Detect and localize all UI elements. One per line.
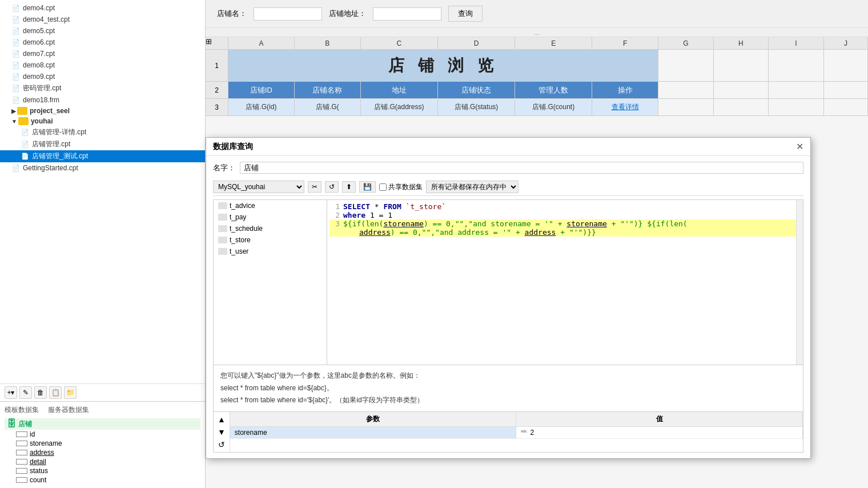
line-num: 1	[329, 202, 340, 211]
sql-func2: + "'")} ${if(len(	[607, 219, 688, 228]
dialog-title-bar: 数据库查询 ✕	[206, 138, 810, 156]
file-item[interactable]: 📄 店铺管理.cpt	[0, 138, 205, 150]
folder-icon	[18, 117, 29, 125]
store-address-input[interactable]	[373, 7, 441, 21]
col-header-j: J	[824, 37, 868, 50]
file-name: demo8.cpt	[23, 61, 55, 69]
dataset-field-storename[interactable]: storename	[5, 439, 200, 448]
sql-underline3: address	[359, 228, 391, 237]
arrow-icon: ▶	[11, 108, 16, 114]
line-num-cont	[345, 228, 356, 237]
db-save-btn[interactable]: 💾	[359, 181, 376, 193]
add-button[interactable]: +▾	[5, 386, 17, 399]
store-name-input[interactable]	[254, 7, 322, 21]
db-tree-item-t-schedule[interactable]: t_schedule	[214, 223, 327, 234]
data-cell-action[interactable]: 查看详情	[592, 99, 658, 116]
title-text: 店 铺 浏 览	[388, 55, 497, 77]
file-item[interactable]: 📄 demo4.cpt	[0, 2, 205, 14]
db-tree-item-t-advice[interactable]: t_advice	[214, 200, 327, 211]
db-tree-item-t-store[interactable]: t_store	[214, 234, 327, 246]
field-bar-icon	[16, 441, 27, 446]
file-item[interactable]: 📄 demo7.cpt	[0, 48, 205, 59]
folder-youhai[interactable]: ▼ youhai	[0, 116, 205, 126]
tab-template-dataset[interactable]: 模板数据集	[5, 405, 39, 415]
shared-dataset-label[interactable]: 共享数据集	[379, 182, 423, 192]
table-icon	[218, 237, 227, 243]
db-scissors-btn[interactable]: ✂	[308, 181, 322, 193]
params-refresh-btn[interactable]: ↺	[216, 439, 227, 450]
dialog-main: t_advice t_pay t_schedule t_store	[213, 199, 803, 365]
db-import-btn[interactable]: ⬆	[342, 181, 356, 193]
db-tree-item-t-pay[interactable]: t_pay	[214, 211, 327, 223]
tab-server-dataset[interactable]: 服务器数据集	[48, 405, 89, 415]
hint-line-2: select * from table where id=${abc}。	[220, 382, 796, 395]
sql-text: ${if(len(storename) == 0,"","and storena…	[343, 219, 801, 228]
folder-button[interactable]: 📁	[64, 386, 77, 399]
dialog-close-button[interactable]: ✕	[796, 141, 803, 152]
params-down-btn[interactable]: ▼	[216, 427, 227, 437]
dataset-tabs: 模板数据集 服务器数据集	[5, 405, 200, 415]
file-item-selected[interactable]: 📄 店铺管理_测试.cpt	[0, 150, 205, 162]
edit-button[interactable]: ✎	[19, 386, 32, 399]
empty-cell	[824, 82, 868, 99]
file-icon: 📄	[11, 15, 21, 24]
col-header-e: E	[515, 37, 592, 50]
name-input[interactable]	[240, 162, 803, 174]
dataset-icon: 🗄	[7, 419, 16, 429]
folder-project-seel[interactable]: ▶ project_seel	[0, 106, 205, 116]
dataset-field-count[interactable]: count	[5, 475, 200, 485]
storage-select[interactable]: 所有记录都保存在内存中	[426, 181, 519, 193]
empty-cell	[658, 50, 714, 82]
file-name: demo4_test.cpt	[23, 15, 70, 23]
hint-area: 您可以键入"${abc}"做为一个参数，这里abc是参数的名称。例如： sele…	[213, 365, 803, 412]
db-tree-item-t-user[interactable]: t_user	[214, 246, 327, 257]
field-label: address	[30, 449, 54, 457]
db-query-dialog: 数据库查询 ✕ 名字： MySQL_youhai ✂ ↺ ⬆ 💾 共享数据集	[206, 137, 811, 459]
param-name-cell: storename	[230, 427, 517, 439]
sql-line-3b: address) == 0,"","and address = '" + add…	[329, 228, 801, 237]
empty-cell	[824, 99, 868, 116]
sheet-row-2: 2 店铺ID 店铺名称 地址 店铺状态 管理人数 操作	[206, 82, 868, 99]
col-header-d: D	[438, 37, 515, 50]
dataset-root[interactable]: 🗄 店铺	[5, 418, 200, 430]
copy-button[interactable]: 📋	[49, 386, 62, 399]
file-icon: 📄	[11, 95, 21, 105]
file-item[interactable]: 📄 demo6.cpt	[0, 37, 205, 48]
query-button[interactable]: 查询	[448, 6, 483, 22]
file-item[interactable]: 📄 demo18.frm	[0, 94, 205, 106]
file-item[interactable]: 📄 店铺管理-详情.cpt	[0, 126, 205, 138]
row-num-3: 3	[206, 99, 228, 116]
file-item[interactable]: 📄 demo5.cpt	[0, 25, 205, 37]
file-name: demo18.frm	[23, 96, 59, 104]
file-item[interactable]: 📄 demo8.cpt	[0, 59, 205, 71]
params-toolbar: ▲ ▼ ↺	[214, 412, 230, 452]
db-refresh-btn[interactable]: ↺	[325, 181, 339, 193]
dataset-field-address[interactable]: address	[5, 448, 200, 457]
dataset-field-detail[interactable]: detail	[5, 457, 200, 466]
file-item[interactable]: 📄 密码管理.cpt	[0, 82, 205, 94]
file-item[interactable]: 📄 GettingStarted.cpt	[0, 162, 205, 174]
file-icon: 📄	[21, 152, 30, 161]
field-label: storename	[30, 439, 62, 447]
field-bar-icon	[16, 459, 27, 465]
params-up-btn[interactable]: ▲	[216, 414, 227, 425]
db-select[interactable]: MySQL_youhai	[213, 181, 304, 193]
sql-scrollbar[interactable]	[796, 200, 803, 365]
delete-button[interactable]: 🗑	[34, 386, 47, 399]
sql-editor[interactable]: 1 SELECT * FROM `t_store` 2 where 1 = 1	[327, 199, 803, 365]
dataset-field-id[interactable]: id	[5, 430, 200, 439]
dialog-title: 数据库查询	[213, 142, 253, 152]
file-item[interactable]: 📄 demo9.cpt	[0, 71, 205, 82]
params-col-value: 值	[516, 412, 803, 426]
data-cell-count: 店铺.G(count)	[515, 99, 592, 116]
file-icon: 📄	[11, 49, 21, 58]
col-headers-row: ⊞ A B C D E F G H I J	[206, 37, 868, 50]
shared-dataset-checkbox[interactable]	[379, 183, 387, 191]
dataset-field-status[interactable]: status	[5, 466, 200, 475]
file-name: demo9.cpt	[23, 73, 55, 81]
title-cell: 店 铺 浏 览	[228, 50, 658, 82]
empty-cell	[769, 82, 824, 99]
file-item[interactable]: 📄 demo4_test.cpt	[0, 14, 205, 25]
col-header-f: F	[592, 37, 658, 50]
table-icon	[218, 214, 227, 221]
